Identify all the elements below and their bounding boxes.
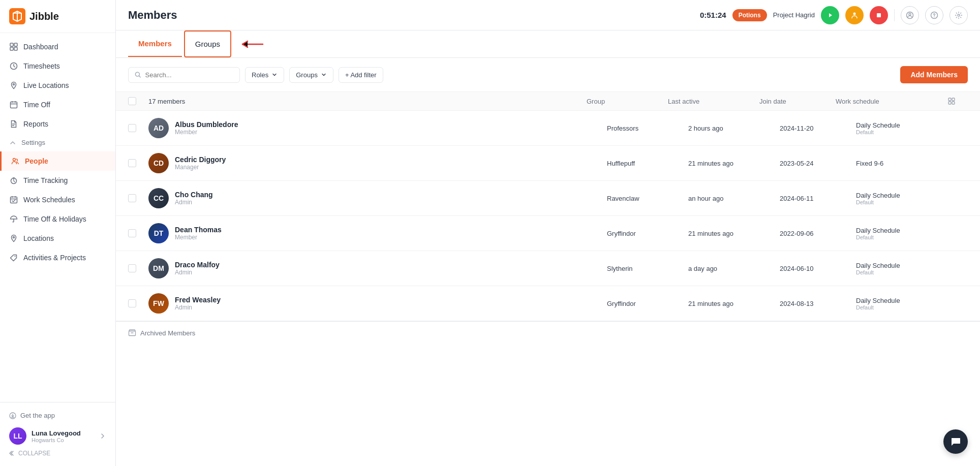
grid-icon [9, 42, 18, 51]
sidebar-item-time-tracking[interactable]: Time Tracking [0, 171, 115, 190]
sidebar-item-label: Live Locations [23, 81, 69, 89]
column-join-date: Join date [759, 98, 836, 105]
sidebar-navigation: Dashboard Timesheets Live Locations [0, 33, 115, 402]
cell-schedule: Daily Schedule Default [856, 227, 968, 240]
table-row[interactable]: CC Cho Chang Admin Ravenclaw an hour ago… [116, 181, 980, 216]
search-box[interactable] [128, 67, 240, 83]
settings-button[interactable] [950, 6, 968, 24]
row-checkbox[interactable] [128, 264, 148, 272]
member-cell: CC Cho Chang Admin [148, 188, 607, 208]
sidebar-item-dashboard[interactable]: Dashboard [0, 37, 115, 56]
groups-filter-button[interactable]: Groups [289, 67, 333, 83]
schedule-name: Daily Schedule [856, 121, 968, 129]
active-task-badge[interactable]: Potions [732, 9, 767, 21]
sidebar-item-reports[interactable]: Reports [0, 114, 115, 134]
checkbox[interactable] [128, 194, 136, 202]
member-role: Member [175, 234, 222, 241]
cell-last-active: 21 minutes ago [688, 300, 780, 307]
sidebar-item-people[interactable]: People [0, 151, 115, 171]
add-filter-button[interactable]: + Add filter [339, 67, 383, 83]
checkbox[interactable] [128, 124, 136, 132]
sidebar-item-label: Timesheets [23, 62, 60, 70]
avatar: DM [148, 258, 169, 278]
column-settings-icon[interactable] [947, 97, 956, 105]
select-all-checkbox[interactable] [128, 97, 148, 105]
checkbox[interactable] [128, 97, 136, 105]
user-initials: LL [13, 432, 22, 440]
sidebar-item-time-off[interactable]: Time Off [0, 95, 115, 114]
svg-rect-25 [952, 102, 955, 104]
settings-label: Settings [21, 139, 45, 146]
avatar-initials: DM [153, 264, 164, 272]
add-members-button[interactable]: Add Members [900, 66, 968, 83]
avatar-initials: FW [153, 299, 164, 307]
stop-timer-button[interactable] [870, 6, 888, 24]
member-details: Cedric Diggory Manager [175, 156, 226, 171]
row-checkbox[interactable] [128, 159, 148, 167]
member-cell: DT Dean Thomas Member [148, 223, 607, 243]
table-row[interactable]: DM Draco Malfoy Admin Slytherin a day ag… [116, 251, 980, 286]
checkbox[interactable] [128, 159, 136, 167]
member-role: Admin [175, 269, 220, 276]
roles-filter-button[interactable]: Roles [245, 67, 284, 83]
cell-group: Slytherin [607, 265, 688, 272]
table-row[interactable]: CD Cedric Diggory Manager Hufflepuff 21 … [116, 146, 980, 181]
get-app-button[interactable]: Get the app [9, 409, 106, 422]
cell-join-date: 2024-08-13 [780, 300, 856, 307]
row-checkbox[interactable] [128, 229, 148, 237]
archived-members-footer[interactable]: Archived Members [116, 321, 980, 344]
search-input[interactable] [145, 71, 233, 79]
header-right: 0:51:24 Potions Project Hagrid [700, 6, 968, 24]
pause-timer-button[interactable] [845, 6, 864, 24]
avatar-initials: CD [154, 159, 164, 167]
user-menu-button[interactable] [901, 6, 919, 24]
avatar-initials: DT [154, 229, 164, 237]
archive-icon [128, 329, 136, 337]
svg-point-6 [13, 84, 15, 85]
row-checkbox[interactable] [128, 299, 148, 307]
main-content: Members 0:51:24 Potions Project Hagrid [116, 0, 980, 466]
row-checkbox[interactable] [128, 124, 148, 132]
user-profile-row[interactable]: LL Luna Lovegood Hogwarts Co [9, 422, 106, 447]
avatar: DT [148, 223, 169, 243]
row-checkbox[interactable] [128, 194, 148, 202]
cell-join-date: 2022-09-06 [780, 230, 856, 237]
checkbox[interactable] [128, 229, 136, 237]
svg-point-20 [958, 14, 960, 16]
collapse-label: COLLAPSE [18, 450, 50, 457]
tab-members[interactable]: Members [128, 31, 182, 57]
logo[interactable]: Jibble [0, 0, 115, 33]
help-button[interactable] [925, 6, 943, 24]
sidebar-item-activities-projects[interactable]: Activities & Projects [0, 248, 115, 267]
svg-rect-3 [10, 47, 13, 50]
svg-rect-24 [948, 102, 951, 104]
chat-bubble-button[interactable] [943, 429, 968, 454]
collapse-button[interactable]: COLLAPSE [9, 447, 106, 460]
member-role: Member [175, 129, 238, 136]
sidebar-item-timesheets[interactable]: Timesheets [0, 56, 115, 76]
sidebar: Jibble Dashboard Timesheet [0, 0, 116, 466]
member-name: Draco Malfoy [175, 261, 220, 269]
tab-groups[interactable]: Groups [184, 30, 231, 57]
start-timer-button[interactable] [821, 6, 839, 24]
sidebar-item-work-schedules[interactable]: Work Schedules [0, 190, 115, 209]
table-row[interactable]: AD Albus Dumbledore Member Professors 2 … [116, 111, 980, 146]
sidebar-item-live-locations[interactable]: Live Locations [0, 76, 115, 95]
download-icon [9, 412, 16, 419]
user-name: Luna Lovegood [32, 429, 94, 437]
column-action [947, 97, 968, 105]
table-row[interactable]: FW Fred Weasley Admin Gryffindor 21 minu… [116, 286, 980, 321]
member-role: Manager [175, 164, 226, 171]
settings-header[interactable]: Settings [0, 134, 115, 151]
search-icon [135, 71, 141, 78]
cell-group: Professors [607, 125, 688, 132]
checkbox[interactable] [128, 299, 136, 307]
checkbox[interactable] [128, 264, 136, 272]
table-row[interactable]: DT Dean Thomas Member Gryffindor 21 minu… [116, 216, 980, 251]
sidebar-item-label: Work Schedules [23, 196, 75, 204]
sidebar-item-time-off-holidays[interactable]: Time Off & Holidays [0, 209, 115, 229]
sidebar-item-label: Time Tracking [23, 176, 68, 184]
column-group: Group [587, 98, 668, 105]
cell-last-active: a day ago [688, 265, 780, 272]
sidebar-item-locations[interactable]: Locations [0, 229, 115, 248]
